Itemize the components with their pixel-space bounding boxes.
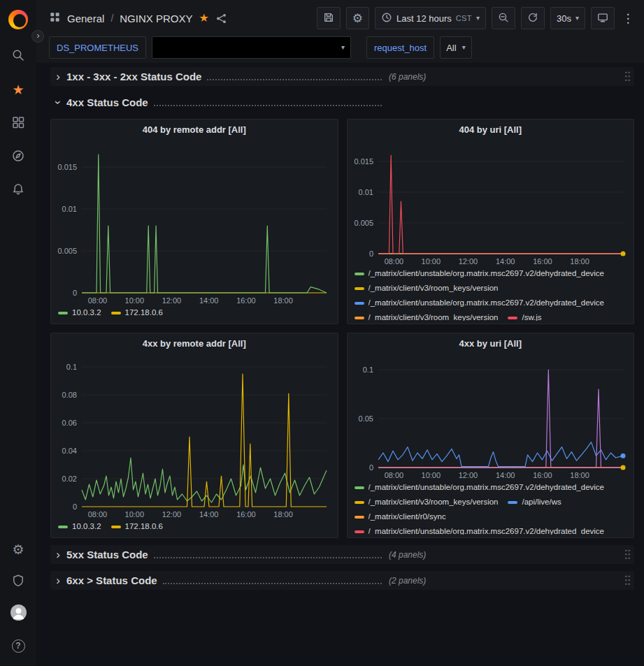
timezone-label: CST <box>456 14 472 22</box>
variables-bar: DS_PROMETHEUS ▾ request_host All ▾ <box>36 36 644 63</box>
favorite-star-icon[interactable]: ★ <box>199 13 208 24</box>
chart-legend: 10.0.3.2172.18.0.6 <box>57 305 332 321</box>
chevron-right-icon: › <box>53 574 63 586</box>
legend-swatch <box>111 312 121 314</box>
row-drag-handle[interactable] <box>624 71 631 82</box>
dashboard-settings-button[interactable]: ⚙ <box>346 7 369 29</box>
explore-button[interactable] <box>0 140 36 173</box>
search-button[interactable] <box>0 39 36 73</box>
zoom-out-button[interactable] <box>492 7 515 29</box>
row-5xx-status-code[interactable]: › 5xx Status Code (4 panels) <box>50 545 634 564</box>
svg-text:10:00: 10:00 <box>421 257 441 266</box>
refresh-button[interactable] <box>521 7 545 29</box>
breadcrumb-section[interactable]: General <box>67 13 104 24</box>
legend-label: /_matrix/client/v3/room_keys/version <box>368 496 499 508</box>
grafana-logo[interactable] <box>8 10 28 29</box>
legend-item[interactable]: /_matrix/client/unstable/org.matrix.msc2… <box>355 526 605 535</box>
legend-item[interactable]: 172.18.0.6 <box>111 521 163 533</box>
legend-item[interactable]: /_matrix/client/v3/room_keys/version <box>355 312 499 321</box>
monitor-icon <box>597 12 608 25</box>
breadcrumb-title[interactable]: NGINX PROXY <box>120 13 192 24</box>
legend-item[interactable]: 10.0.3.2 <box>58 307 101 319</box>
starred-dashboards-button[interactable]: ★ <box>0 73 36 106</box>
chevron-down-icon: ▾ <box>341 44 345 51</box>
dashboards-button[interactable] <box>0 106 36 140</box>
chart-canvas[interactable]: 00.020.040.060.080.108:0010:0012:0014:00… <box>57 354 332 519</box>
svg-text:0: 0 <box>368 463 373 472</box>
panel-grid: 404 by remote addr [All] 00.0050.010.015… <box>50 119 634 538</box>
request-host-variable-label[interactable]: request_host <box>366 36 434 59</box>
configuration-button[interactable]: ⚙ <box>0 533 36 565</box>
legend-item[interactable]: 172.18.0.6 <box>111 307 163 319</box>
chart-legend: /_matrix/client/unstable/org.matrix.msc2… <box>353 480 629 535</box>
row-4xx-status-code[interactable]: › 4xx Status Code <box>50 93 634 112</box>
server-admin-button[interactable] <box>0 565 36 598</box>
legend-item[interactable]: /sw.js <box>508 312 541 321</box>
help-icon: ? <box>12 639 25 653</box>
svg-text:0.01: 0.01 <box>358 188 373 196</box>
tv-mode-button[interactable] <box>591 7 615 29</box>
dashboards-grid-icon <box>11 115 25 131</box>
svg-text:14:00: 14:00 <box>199 296 219 305</box>
legend-swatch <box>508 317 517 319</box>
datasource-select[interactable]: ▾ <box>152 36 351 59</box>
panel-title[interactable]: 4xx by uri [All] <box>353 333 629 354</box>
svg-text:0.005: 0.005 <box>57 247 77 255</box>
svg-text:0.015: 0.015 <box>354 157 373 166</box>
legend-swatch <box>355 516 364 519</box>
svg-text:08:00: 08:00 <box>384 471 403 479</box>
legend-item[interactable]: /_matrix/client/unstable/org.matrix.msc2… <box>355 268 605 280</box>
panel-title[interactable]: 404 by remote addr [All] <box>57 120 332 140</box>
svg-text:0.04: 0.04 <box>62 447 77 455</box>
svg-text:0.1: 0.1 <box>66 363 77 371</box>
legend-swatch <box>355 530 364 533</box>
chart-area[interactable]: 00.020.040.060.080.108:0010:0012:0014:00… <box>57 354 332 519</box>
chart-canvas[interactable]: 00.0050.010.01508:0010:0012:0014:0016:00… <box>57 140 332 305</box>
profile-button[interactable] <box>0 598 36 630</box>
legend-item[interactable]: /_matrix/client/r0/sync <box>355 511 446 523</box>
panel-404-by-uri: 404 by uri [All] 00.0050.010.01508:0010:… <box>347 119 635 324</box>
time-range-picker[interactable]: Last 12 hours CST ▾ <box>375 7 486 29</box>
chevron-down-icon: ▾ <box>462 44 466 51</box>
legend-item[interactable]: 10.0.3.2 <box>58 521 101 533</box>
legend-item[interactable]: /_matrix/client/v3/room_keys/version <box>355 496 499 508</box>
row-drag-handle[interactable] <box>624 574 631 586</box>
chart-area[interactable]: 00.0050.010.01508:0010:0012:0014:0016:00… <box>57 140 332 305</box>
panel-title[interactable]: 404 by uri [All] <box>353 120 629 140</box>
legend-label: /_matrix/client/r0/sync <box>368 511 446 523</box>
refresh-interval-picker[interactable]: 30s ▾ <box>550 7 585 29</box>
dotted-leader <box>207 79 382 80</box>
legend-label: 172.18.0.6 <box>125 307 163 319</box>
svg-text:08:00: 08:00 <box>88 510 108 519</box>
legend-label: /api/live/ws <box>522 496 561 508</box>
kebab-menu-icon[interactable]: ⋮ <box>620 11 636 26</box>
help-button[interactable]: ? <box>0 630 36 662</box>
svg-text:16:00: 16:00 <box>533 471 552 479</box>
legend-item[interactable]: /_matrix/client/unstable/org.matrix.msc2… <box>355 482 605 493</box>
chart-area[interactable]: 00.050.108:0010:0012:0014:0016:0018:00 <box>353 354 629 480</box>
row-1xx-3xx-2xx-status-code[interactable]: › 1xx - 3xx - 2xx Status Code (6 panels) <box>50 67 634 86</box>
nav-sidebar: ★ ⚙ <box>0 0 36 666</box>
row-6xx-status-code[interactable]: › 6xx > Status Code (2 panels) <box>50 571 634 590</box>
legend-item[interactable]: /_matrix/client/unstable/org.matrix.msc2… <box>355 297 605 309</box>
chart-area[interactable]: 00.0050.010.01508:0010:0012:0014:0016:00… <box>353 140 629 266</box>
legend-item[interactable]: /_matrix/client/v3/room_keys/version <box>355 282 499 294</box>
chart-canvas[interactable]: 00.050.108:0010:0012:0014:0016:0018:00 <box>353 354 629 480</box>
request-host-select[interactable]: All ▾ <box>440 36 471 59</box>
legend-swatch <box>355 317 364 319</box>
chart-canvas[interactable]: 00.0050.010.01508:0010:0012:0014:0016:00… <box>353 140 629 266</box>
legend-swatch <box>355 302 364 305</box>
save-dashboard-button[interactable] <box>317 7 341 29</box>
svg-text:0: 0 <box>73 289 77 297</box>
legend-item[interactable]: /api/live/ws <box>508 496 561 508</box>
panel-title[interactable]: 4xx by remote addr [All] <box>57 333 332 354</box>
legend-label: /_matrix/client/v3/room_keys/version <box>368 282 499 294</box>
svg-text:12:00: 12:00 <box>458 257 478 266</box>
alerting-button[interactable] <box>0 173 36 207</box>
row-drag-handle[interactable] <box>624 549 631 560</box>
share-icon[interactable] <box>215 13 227 24</box>
sidebar-expand-button[interactable]: › <box>31 30 44 43</box>
svg-text:0.08: 0.08 <box>62 391 77 399</box>
svg-text:0.1: 0.1 <box>362 365 373 374</box>
row-title: 6xx > Status Code <box>66 574 157 586</box>
